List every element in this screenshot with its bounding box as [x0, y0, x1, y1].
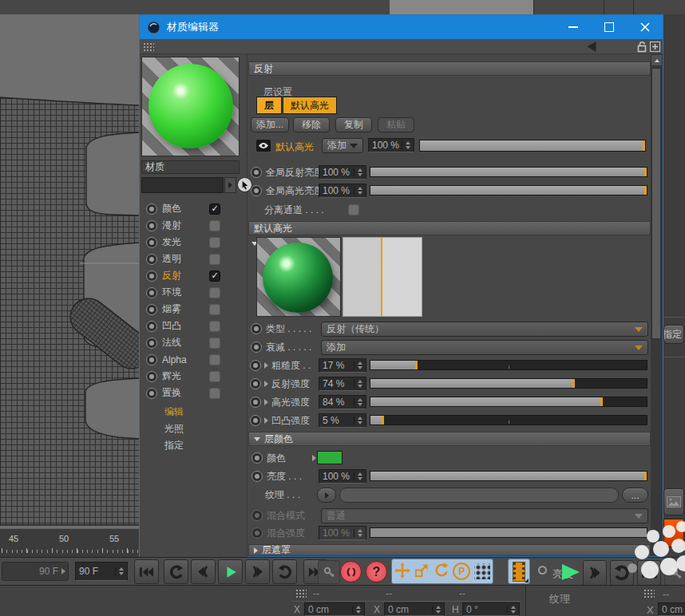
page-illumination[interactable]: 光照	[140, 421, 247, 437]
channel-row[interactable]: 反射✓	[140, 267, 247, 284]
stepper-icon[interactable]	[354, 187, 362, 195]
layer-color-swatch[interactable]	[317, 451, 342, 464]
channel-row[interactable]: 透明	[140, 251, 247, 267]
coord-h-field[interactable]: 0 °	[462, 602, 520, 616]
page-edit[interactable]: 编辑	[140, 404, 247, 421]
global-reflection-field[interactable]: 100 %	[319, 165, 366, 180]
expander-icon[interactable]	[264, 362, 268, 369]
project-settings-button[interactable]	[508, 559, 530, 584]
animation-dot[interactable]	[250, 415, 261, 426]
previous-key-button[interactable]	[164, 559, 188, 584]
inset-next-frame-button[interactable]	[583, 560, 607, 586]
channel-label[interactable]: 环境	[162, 286, 194, 299]
channel-radio[interactable]	[146, 254, 157, 265]
stepper-icon[interactable]	[352, 606, 361, 614]
tab-layers[interactable]: 层	[256, 97, 282, 114]
current-frame-field[interactable]: 90 F	[75, 562, 128, 581]
reflection-strength-field[interactable]: 74 %	[319, 377, 366, 391]
animation-dot[interactable]	[251, 342, 262, 353]
material-preview[interactable]	[141, 57, 240, 156]
coord-x-field[interactable]: 0 cm	[304, 602, 365, 616]
channel-row[interactable]: 漫射	[140, 217, 247, 234]
roughness-field[interactable]: 17 %	[319, 358, 366, 373]
channel-radio[interactable]	[146, 388, 157, 399]
animation-dot[interactable]	[250, 397, 261, 408]
layer-name[interactable]: 默认高光	[275, 140, 314, 154]
specular-strength-field[interactable]: 84 %	[319, 395, 366, 409]
stepper-icon[interactable]	[354, 361, 362, 369]
layer-mask-header[interactable]: 层遮罩	[248, 544, 651, 556]
stepper-icon[interactable]	[354, 380, 362, 388]
channel-checkbox[interactable]	[209, 304, 220, 315]
scrollbar-thumb[interactable]	[651, 68, 661, 339]
global-reflection-slider[interactable]	[370, 167, 647, 177]
back-arrow-icon[interactable]	[585, 41, 597, 52]
channel-row[interactable]: 环境	[140, 284, 247, 301]
stepper-icon[interactable]	[432, 606, 441, 614]
timeline-end-field[interactable]: 90 F	[2, 562, 69, 581]
channel-radio[interactable]	[146, 220, 157, 231]
remove-layer-button[interactable]: 移除	[293, 117, 330, 132]
channel-radio[interactable]	[146, 354, 157, 365]
texture-field[interactable]	[339, 488, 619, 503]
paste-layer-button[interactable]: 粘贴	[378, 117, 414, 132]
type-dropdown[interactable]: 反射（传统）	[321, 322, 648, 337]
autokeying-button[interactable]: ?	[366, 561, 387, 582]
channel-checkbox[interactable]	[209, 338, 220, 349]
channel-row[interactable]: 法线	[140, 334, 247, 351]
separate-passes-checkbox[interactable]	[348, 204, 359, 215]
animation-dot[interactable]	[251, 185, 262, 196]
channel-radio[interactable]	[146, 203, 157, 215]
material-name-input[interactable]	[141, 177, 224, 193]
reflection-strength-slider[interactable]	[370, 378, 647, 389]
gradient-marker[interactable]	[381, 238, 382, 316]
record-active-objects-button[interactable]	[340, 561, 362, 582]
channel-label[interactable]: 颜色	[162, 202, 194, 215]
channel-radio[interactable]	[146, 338, 157, 349]
channel-radio[interactable]	[146, 371, 157, 382]
texture-arrow-button[interactable]	[317, 488, 336, 503]
channel-checkbox[interactable]	[209, 371, 220, 382]
record-pla-toggle[interactable]	[474, 563, 490, 579]
channel-radio[interactable]	[146, 304, 157, 315]
channel-checkbox[interactable]	[209, 388, 220, 399]
layer-gradient-strip[interactable]	[342, 237, 422, 317]
timeline-ruler[interactable]: 45 50 55	[0, 528, 140, 558]
channel-radio[interactable]	[146, 270, 157, 282]
minimize-button[interactable]	[559, 15, 588, 39]
bump-strength-slider[interactable]	[370, 415, 647, 425]
layer-blend-mode-dropdown[interactable]: 添加	[322, 138, 363, 153]
inset-play-icon[interactable]	[560, 562, 581, 582]
roughness-slider[interactable]	[370, 360, 647, 370]
goto-start-button[interactable]	[134, 559, 159, 584]
record-keyframe-button-disabled[interactable]	[318, 560, 340, 584]
stepper-icon[interactable]	[354, 417, 362, 424]
layer-color-header[interactable]: 层颜色	[248, 432, 651, 446]
channel-checkbox[interactable]	[209, 321, 220, 332]
add-layer-button[interactable]: 添加...	[251, 117, 289, 132]
channel-row[interactable]: 发光	[140, 234, 247, 251]
record-rotation-toggle[interactable]	[434, 563, 449, 580]
channel-label[interactable]: 置换	[162, 386, 194, 400]
name-dropdown-button[interactable]	[224, 177, 236, 193]
channel-checkbox[interactable]: ✓	[209, 203, 220, 215]
layer-opacity-slider[interactable]	[419, 140, 646, 152]
coordinates-grip[interactable]	[295, 589, 307, 598]
expander-icon[interactable]	[264, 381, 268, 387]
next-key-button[interactable]	[272, 559, 297, 584]
animation-dot[interactable]	[251, 471, 263, 482]
page-assign[interactable]: 指定	[140, 437, 247, 454]
channel-checkbox[interactable]	[209, 254, 220, 265]
expander-icon[interactable]	[264, 417, 268, 424]
lock-icon[interactable]	[637, 41, 647, 53]
channel-radio[interactable]	[146, 287, 157, 298]
brightness-slider[interactable]	[370, 471, 647, 481]
channel-row[interactable]: Alpha	[140, 351, 247, 368]
panel-scrollbar[interactable]	[651, 54, 663, 556]
tab-default-specular[interactable]: 默认高光	[283, 97, 337, 114]
channel-checkbox[interactable]	[209, 220, 220, 231]
dialog-titlebar[interactable]: 材质编辑器	[140, 15, 663, 39]
channel-row[interactable]: 辉光	[140, 368, 247, 385]
channel-label[interactable]: 透明	[162, 252, 194, 266]
record-scale-toggle[interactable]	[414, 563, 430, 580]
